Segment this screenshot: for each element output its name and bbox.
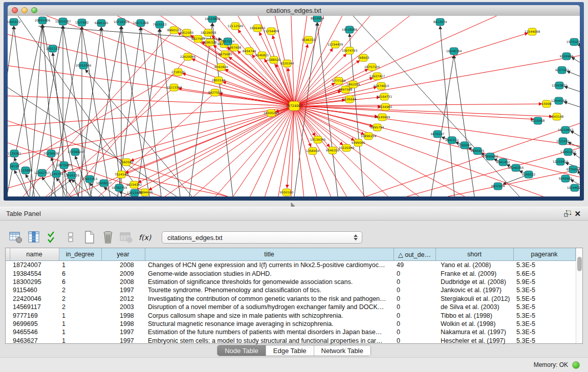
table-selector[interactable]: citations_edges.txt (162, 231, 362, 244)
graph-node[interactable]: 8941452 (496, 159, 510, 166)
graph-node[interactable]: 8837914 (491, 183, 505, 190)
graph-node[interactable]: 6466160 (95, 19, 108, 27)
graph-node[interactable]: 11607427 (369, 73, 385, 80)
graph-node[interactable]: 16782759 (112, 184, 127, 191)
minimize-window-button[interactable] (21, 7, 28, 13)
graph-node[interactable]: 9245022 (522, 171, 536, 178)
graph-node[interactable]: 9840455 (471, 147, 485, 155)
checkbox-stack-icon[interactable] (63, 230, 79, 245)
graph-node[interactable]: 15751074 (567, 38, 580, 46)
graph-node[interactable]: 1721051 (556, 138, 570, 145)
graph-node[interactable]: 12093832 (552, 82, 568, 89)
column-header-pagerank[interactable]: pagerank (513, 248, 575, 261)
table-row[interactable]: 977716911998Corpus callosum shape and si… (6, 311, 575, 319)
graph-node[interactable]: 2803144 (212, 77, 226, 84)
graph-node[interactable]: 10719155 (114, 18, 129, 26)
window-titlebar[interactable]: citations_edges.txt (8, 5, 580, 16)
graph-node[interactable]: 1358454 (306, 147, 320, 155)
graph-node[interactable]: 11254408 (264, 28, 279, 35)
column-header-title[interactable]: title (145, 248, 394, 261)
tab-node-table[interactable]: Node Table (217, 345, 266, 356)
table-row[interactable]: 946362711997Embryonic stem cells: a mode… (6, 337, 575, 345)
graph-node[interactable]: 8813054 (311, 16, 324, 22)
tab-network-table[interactable]: Network Table (314, 345, 371, 356)
table-row[interactable]: 1830029562008Estimation of significance … (6, 278, 575, 286)
graph-node[interactable]: 8215958 (531, 117, 545, 124)
graph-node[interactable]: 2560580 (120, 159, 134, 166)
network-canvas[interactable]: 1872400789601238912955182260589827503818… (8, 16, 580, 196)
float-panel-icon[interactable] (562, 209, 573, 218)
table-row[interactable]: 911546021997Tourette syndrome. Phenomeno… (6, 286, 575, 294)
graph-node[interactable]: 1588520 (267, 56, 281, 63)
graph-node[interactable]: 2135644 (343, 96, 357, 103)
delete-table-icon[interactable] (100, 230, 116, 245)
graph-node[interactable]: 9792097 (458, 142, 472, 149)
table-row[interactable]: 1938455462009Genome-wide association stu… (6, 269, 575, 277)
graph-node[interactable]: 16671388 (133, 19, 149, 27)
graph-node[interactable]: 8960123 (167, 27, 181, 34)
graph-node[interactable]: 8995794 (371, 124, 384, 131)
column-header-year[interactable]: year (101, 248, 145, 261)
graph-node[interactable]: 9399005 (352, 139, 365, 146)
graph-node[interactable]: 8427552 (208, 89, 222, 96)
table-row[interactable]: 1872400712008Changes of HCN gene express… (6, 261, 575, 270)
graph-node[interactable]: 10244022 (567, 184, 580, 191)
graph-node[interactable]: 8413074 (433, 18, 447, 26)
graph-node[interactable]: 1145194 (50, 170, 63, 178)
graph-node[interactable]: 15134345 (310, 136, 326, 143)
graph-node[interactable]: 9675685 (219, 51, 232, 58)
graph-node[interactable]: 9245665 (559, 175, 573, 182)
graph-node[interactable]: 16033809 (205, 16, 221, 23)
graph-node[interactable]: 16154342 (126, 181, 142, 188)
graph-node[interactable]: 7524540 (115, 171, 128, 178)
graph-node[interactable]: 15998 (541, 100, 551, 107)
table-scrollbar[interactable] (576, 248, 583, 343)
graph-node[interactable]: 12444158 (551, 97, 567, 104)
graph-node[interactable]: 13361202 (560, 148, 576, 156)
graph-node[interactable]: 10220349 (339, 144, 355, 151)
graph-node[interactable]: 12164731 (377, 93, 393, 100)
create-table-icon[interactable] (82, 230, 97, 245)
graph-node[interactable]: 20891406 (35, 17, 51, 24)
graph-node[interactable]: 10975487 (56, 162, 72, 169)
graph-node[interactable]: 10240355 (508, 164, 524, 171)
graph-node[interactable]: 6497568 (339, 86, 353, 93)
graph-node[interactable]: 10974793 (342, 47, 358, 54)
graph-node[interactable]: 9546320 (326, 147, 340, 154)
graph-node[interactable]: 10896159 (361, 133, 377, 140)
table-row[interactable]: 1456911722003Disruption of a novel membe… (6, 303, 575, 311)
network-graph[interactable]: 1872400789601238912955182260589827503818… (8, 16, 580, 196)
scrollbar-thumb[interactable] (577, 257, 582, 271)
graph-node[interactable]: 1405572 (8, 18, 21, 26)
graph-node[interactable]: 8454749 (243, 48, 256, 55)
graph-node[interactable]: 12923448 (127, 189, 143, 196)
graph-node[interactable]: 9550160 (280, 189, 294, 196)
table-row[interactable]: 969969511998Structural magnetic resonanc… (6, 320, 575, 328)
graph-node[interactable]: 8220344 (280, 60, 294, 67)
graph-node[interactable]: 11544098 (525, 28, 540, 35)
graph-node[interactable]: 13505135 (64, 172, 80, 179)
graph-node[interactable]: 16648784 (446, 48, 462, 55)
graph-node[interactable]: 1527602 (75, 19, 89, 26)
graph-node[interactable]: 1115686 (19, 167, 33, 174)
tab-edge-table[interactable]: Edge Table (266, 345, 314, 356)
column-header-out-degree[interactable]: △ out_de… (394, 248, 435, 261)
graph-node[interactable]: 39159 (9, 163, 19, 170)
function-builder-icon[interactable]: f(x) (137, 230, 153, 245)
graph-node[interactable]: 7615523 (153, 21, 167, 28)
zoom-window-button[interactable] (31, 7, 37, 13)
graph-node[interactable]: 12103416 (553, 158, 569, 165)
column-header-in-degree[interactable]: in_degree (59, 248, 101, 261)
close-panel-icon[interactable]: ✕ (573, 209, 582, 218)
graph-node[interactable]: 15145949 (375, 114, 390, 121)
graph-node[interactable]: 9227343 (555, 67, 569, 74)
graph-node[interactable]: 12342757 (34, 169, 50, 177)
graph-node[interactable]: 1643148 (550, 113, 564, 120)
graph-node[interactable]: 12254439 (328, 41, 343, 48)
graph-node[interactable]: 16210643 (558, 126, 574, 134)
show-columns-icon[interactable] (27, 230, 42, 245)
column-header-name[interactable]: name (10, 248, 59, 261)
table-row[interactable]: 2242004622012Investigating the contribut… (6, 295, 575, 303)
table-settings-icon[interactable] (8, 230, 24, 245)
graph-node[interactable]: 16958107 (96, 180, 112, 187)
